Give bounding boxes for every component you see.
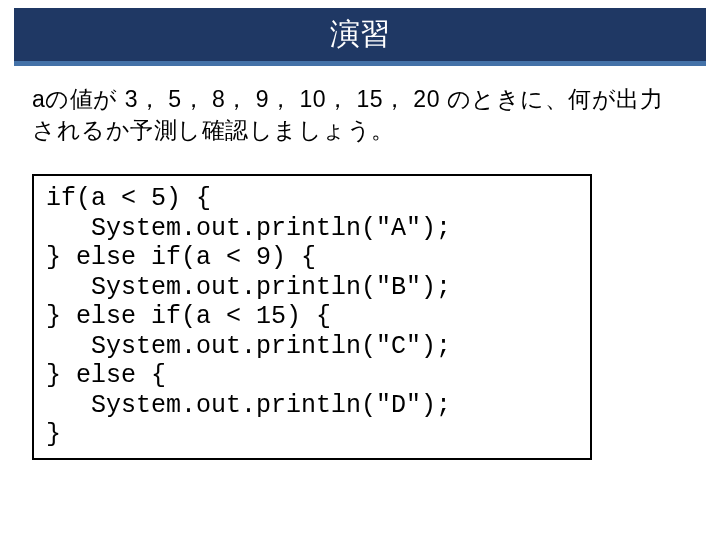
code-line: System.out.println("D"); — [46, 391, 451, 420]
instruction-line-1: aの値が 3， 5， 8， 9， 10， 15， 20 のときに、何が出力 — [32, 86, 663, 112]
instruction-line-2: されるか予測し確認しましょう。 — [32, 117, 395, 143]
code-line: System.out.println("C"); — [46, 332, 451, 361]
slide: 演習 aの値が 3， 5， 8， 9， 10， 15， 20 のときに、何が出力… — [0, 8, 720, 540]
code-line: } — [46, 420, 61, 449]
instruction-text: aの値が 3， 5， 8， 9， 10， 15， 20 のときに、何が出力 され… — [32, 84, 688, 146]
code-line: System.out.println("A"); — [46, 214, 451, 243]
code-line: System.out.println("B"); — [46, 273, 451, 302]
code-box: if(a < 5) { System.out.println("A"); } e… — [32, 174, 592, 460]
code-line: } else if(a < 15) { — [46, 302, 331, 331]
code-line: } else if(a < 9) { — [46, 243, 316, 272]
code-line: if(a < 5) { — [46, 184, 211, 213]
title-text: 演習 — [330, 17, 390, 50]
title-bar: 演習 — [14, 8, 706, 66]
code-line: } else { — [46, 361, 166, 390]
